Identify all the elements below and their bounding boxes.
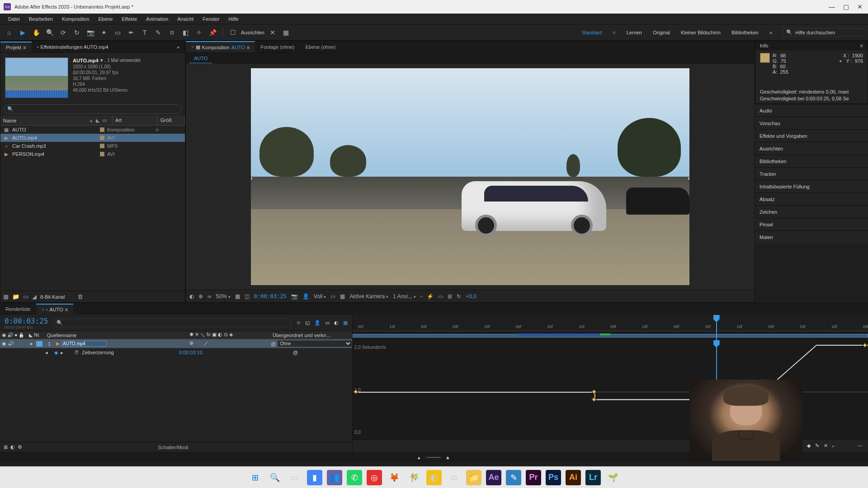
col-quellenname[interactable]: Quellenname — [45, 333, 189, 338]
exposure-val[interactable]: +0,0 — [466, 293, 476, 300]
app-icon-1[interactable]: ▮ — [307, 470, 322, 485]
adjust-icon[interactable]: ◢ — [32, 293, 37, 300]
asset-row[interactable]: ▶ PERSON.mp4 AVI — [0, 150, 185, 158]
panel-zeichen[interactable]: Zeichen — [755, 205, 868, 218]
draft-3d-icon[interactable]: ◱ — [305, 320, 310, 326]
shy-icon[interactable]: 👤 — [314, 320, 321, 326]
video-col-icon[interactable]: ◉ — [2, 332, 6, 338]
workspace-standard[interactable]: Standard — [582, 30, 602, 35]
close-icon[interactable]: × — [42, 307, 44, 312]
menu-hilfe[interactable]: Hilfe — [225, 14, 242, 23]
snap-grid-tool[interactable]: ▦ — [281, 27, 292, 38]
label-icon[interactable]: ◣ — [96, 117, 99, 123]
app-icon-4[interactable]: ✎ — [506, 470, 521, 485]
viewer[interactable] — [186, 64, 755, 290]
col-header-size[interactable]: Größ — [158, 116, 185, 125]
panel-inhaltsbasierte-füllung[interactable]: Inhaltsbasierte Füllung — [755, 180, 868, 192]
new-comp-icon[interactable]: ▭ — [23, 293, 28, 300]
illustrator-icon[interactable]: Ai — [566, 470, 581, 485]
grid-icon[interactable]: ▦ — [235, 293, 240, 300]
new-folder-icon[interactable]: 📁 — [12, 293, 19, 300]
expression-pickwhip-icon[interactable]: @ — [293, 350, 298, 355]
search-taskbar-icon[interactable]: 🔍 — [267, 470, 283, 485]
workspace-lernen[interactable]: Lernen — [627, 30, 642, 35]
show-snapshot-icon[interactable]: 👤 — [302, 293, 309, 300]
zoom-tool[interactable]: 🔍 — [44, 27, 55, 38]
brush-tool[interactable]: ✎ — [153, 27, 164, 38]
timeline-icon[interactable]: ▭ — [438, 293, 443, 300]
ease-icon[interactable]: ⌐ — [832, 443, 835, 449]
guides-icon[interactable]: ◫ — [245, 293, 250, 300]
maximize-button[interactable]: ▢ — [843, 3, 849, 10]
menu-fenster[interactable]: Fenster — [199, 14, 223, 23]
zoom-slider-right-icon[interactable]: ▲ — [445, 455, 450, 460]
puppet-tool[interactable]: 📌 — [207, 27, 218, 38]
menu-datei[interactable]: Datei — [5, 14, 24, 23]
mask-vis-icon[interactable]: ∞ — [208, 293, 212, 300]
panel-vorschau[interactable]: Vorschau — [755, 117, 868, 129]
graph-editor-icon[interactable]: ▦ — [343, 320, 348, 326]
menu-komposition[interactable]: Komposition — [58, 14, 93, 23]
app-icon-3[interactable]: ◐ — [426, 470, 442, 485]
menu-bearbeiten[interactable]: Bearbeiten — [25, 14, 57, 23]
col-parent[interactable]: Übergeordnet und verkn… — [271, 333, 352, 338]
flowchart-icon[interactable]: ⊞ — [448, 293, 452, 300]
task-view-icon[interactable]: ▭ — [287, 470, 302, 485]
help-search[interactable]: 🔍 Hilfe durchsuchen — [783, 28, 864, 37]
lightroom-icon[interactable]: Lr — [585, 470, 601, 485]
menu-ebene[interactable]: Ebene — [94, 14, 116, 23]
project-search[interactable]: 🔍 — [4, 104, 181, 114]
property-row[interactable]: ◂ ◆ ▸ ⏱ Zeitverzerrung 0:00:03:10 @ — [0, 348, 352, 357]
workspace-bibliotheken[interactable]: Bibliotheken — [731, 30, 759, 35]
tab-footage[interactable]: Footage (ohne) — [255, 42, 300, 52]
reset-exp-icon[interactable]: ↻ — [457, 293, 461, 300]
tab-timeline-auto[interactable]: × ▫ AUTO ≡ — [36, 304, 74, 314]
menu-effekte[interactable]: Effekte — [118, 14, 141, 23]
timeline-search[interactable]: 🔍 — [53, 319, 291, 327]
workspace-menu-icon[interactable]: ≡ — [613, 30, 615, 35]
toggle-switches-icon[interactable]: ⊞ — [4, 444, 8, 450]
layer-bar[interactable] — [353, 334, 868, 338]
tag-icon[interactable]: ▭ — [102, 117, 107, 123]
app-icon-5[interactable]: 🌱 — [605, 470, 621, 485]
tab-renderliste[interactable]: Renderliste — [0, 304, 36, 314]
toggle-transfer-icon[interactable]: ⚙ — [18, 444, 22, 450]
pan-behind-tool[interactable]: ✦ — [99, 27, 109, 38]
snapshot-icon[interactable]: 📷 — [291, 293, 298, 300]
views-select[interactable]: 1 Ansi... — [393, 293, 416, 300]
workspace-overflow-icon[interactable]: » — [769, 30, 772, 35]
eraser-tool[interactable]: ◧ — [180, 27, 191, 38]
timeline-timecode[interactable]: 0:00:03:25 — [5, 317, 48, 325]
tab-effekteinstellungen[interactable]: ▫ Effekteinstellungen AUTO.mp4 » — [32, 42, 185, 52]
hand-tool[interactable]: ✋ — [31, 27, 42, 38]
asset-label-color[interactable] — [100, 152, 104, 156]
alpha-icon[interactable]: ◐ — [189, 293, 194, 300]
pixel-aspect-icon[interactable]: ▫ — [420, 293, 422, 300]
snap-tool[interactable]: ✕ — [267, 27, 278, 38]
col-header-name[interactable]: Name ▲ ◣ ▭ — [0, 116, 113, 125]
panel-audio[interactable]: Audio — [755, 104, 868, 117]
menu-animation[interactable]: Animation — [142, 14, 172, 23]
bit-depth[interactable]: 8-Bit-Kanal — [40, 294, 65, 300]
tab-komposition[interactable]: × ▦ Komposition AUTO ≡ — [186, 41, 255, 52]
workspace-kleiner[interactable]: Kleiner Bildschirm — [681, 30, 721, 35]
motion-blur-icon[interactable]: ◐ — [334, 320, 339, 326]
add-key-icon[interactable]: ◆ — [54, 350, 61, 356]
photoshop-icon[interactable]: Ps — [546, 470, 561, 485]
viewer-time[interactable]: 0:00:03:25 — [254, 293, 287, 300]
schalter-modi[interactable]: Schalter/Modi — [158, 445, 188, 450]
layer-row[interactable]: ◉🔊 ▸ 1 ▶ ⊕／ @ Ohne — [0, 339, 352, 348]
col-header-art[interactable]: Art — [113, 116, 158, 125]
parent-select[interactable]: Ohne — [278, 340, 352, 347]
pen-tool[interactable]: ✒ — [126, 27, 137, 38]
premiere-icon[interactable]: Pr — [526, 470, 541, 485]
close-icon[interactable]: × — [191, 45, 194, 50]
interpret-footage-icon[interactable]: ▦ — [3, 293, 9, 300]
tab-menu-icon[interactable]: ≡ — [65, 307, 68, 312]
channel-icon[interactable]: ⊕ — [198, 293, 203, 300]
solo-col-icon[interactable]: ● — [14, 332, 18, 338]
rotation-tool[interactable]: ↻ — [71, 27, 82, 38]
panel-tracker[interactable]: Tracker — [755, 167, 868, 180]
asset-row[interactable]: ♪ Car Crash.mp3 MP3 — [0, 142, 185, 150]
prop-value[interactable]: 0:00:03:10 — [179, 350, 203, 355]
